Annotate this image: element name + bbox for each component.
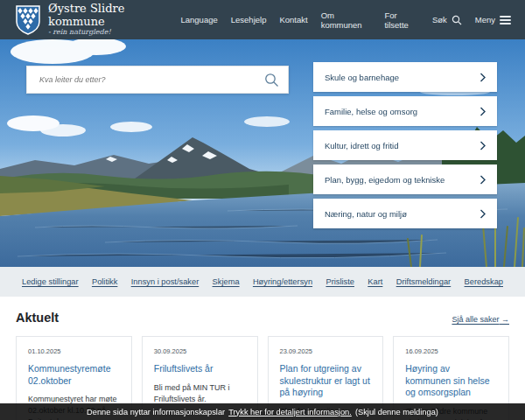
news-section: Aktuelt Sjå alle saker → 01.10.2025 Komm…	[0, 297, 525, 420]
quick-links-bar: Ledige stillingar Politikk Innsyn i post…	[0, 267, 525, 297]
news-date: 16.09.2025	[405, 347, 497, 355]
quicklink-driftsmeldingar[interactable]: Driftsmeldingar	[396, 277, 452, 286]
quicklink-innsyn[interactable]: Innsyn i post/saker	[131, 277, 200, 286]
cookie-text: Denne sida nyttar informasjonskapslar	[87, 408, 225, 416]
hero-search	[26, 66, 289, 94]
arrow-right-icon: →	[501, 315, 509, 324]
news-link-helse-omsorgsplan[interactable]: Høyring av kommunen sin helse og omsorgs…	[405, 363, 497, 399]
chevron-right-icon	[480, 107, 486, 116]
coat-of-arms-logo	[16, 5, 40, 35]
chevron-right-icon	[480, 141, 486, 150]
service-link-familie-helse-omsorg[interactable]: Familie, helse og omsorg	[313, 96, 497, 126]
search-icon	[452, 15, 462, 25]
chevron-right-icon	[480, 73, 486, 82]
chevron-right-icon	[480, 175, 486, 185]
site-brand: Øystre Slidre kommune - rein naturglede!	[48, 3, 180, 36]
quicklink-politikk[interactable]: Politikk	[92, 277, 117, 286]
quicklink-kart[interactable]: Kart	[368, 277, 382, 286]
quicklink-prisliste[interactable]: Prisliste	[326, 277, 354, 286]
news-heading: Aktuelt	[16, 311, 59, 325]
menu-icon	[500, 14, 511, 26]
nav-om-kommunen[interactable]: Om kommunen	[321, 10, 372, 30]
cookie-banner: Denne sida nyttar informasjonskapslar Tr…	[0, 403, 525, 420]
service-link-plan-bygg-eigedom[interactable]: Plan, bygg, eigedom og tekniske	[313, 164, 497, 194]
cookie-info-link[interactable]: Trykk her for detaljert informasjon.	[228, 408, 352, 416]
nav-for-tilsette[interactable]: For tilsette	[384, 10, 418, 30]
chevron-right-icon	[480, 209, 486, 219]
service-link-stack: Skule og barnehage Familie, helse og oms…	[313, 62, 497, 228]
service-link-kultur-idrett-fritid[interactable]: Kultur, idrett og fritid	[313, 130, 497, 160]
top-nav: Language Lesehjelp Kontakt Om kommunen F…	[180, 10, 511, 30]
news-link-skulestruktur[interactable]: Plan for utgreiing av skulestruktur er l…	[280, 363, 372, 399]
nav-sok[interactable]: Søk	[432, 15, 462, 25]
search-icon[interactable]	[264, 73, 279, 88]
quicklink-beredskap[interactable]: Beredskap	[465, 277, 503, 286]
nav-meny[interactable]: Meny	[475, 14, 511, 26]
quicklink-ledige-stillingar[interactable]: Ledige stillingar	[22, 277, 79, 286]
service-link-skule-og-barnehage[interactable]: Skule og barnehage	[313, 62, 497, 92]
see-all-link[interactable]: Sjå alle saker →	[452, 315, 509, 324]
news-date: 30.09.2025	[154, 347, 246, 355]
nav-language[interactable]: Language	[180, 15, 217, 24]
cookie-dismiss-link[interactable]: (Skjul denne meldinga)	[355, 408, 438, 416]
service-link-naering-natur-miljo[interactable]: Næring, natur og miljø	[313, 199, 497, 228]
search-input[interactable]	[39, 75, 264, 84]
news-excerpt: Bli med på MIN TUR i Friluftslivets år.	[154, 382, 246, 405]
news-date: 23.09.2025	[280, 347, 372, 355]
news-link-friluftslivets-ar[interactable]: Friluftslivets år	[154, 363, 246, 375]
nav-lesehjelp[interactable]: Lesehjelp	[231, 15, 267, 24]
quicklink-hoyring[interactable]: Høyring/ettersyn	[253, 277, 312, 286]
site-header: Øystre Slidre kommune - rein naturglede!…	[0, 0, 525, 39]
quicklink-skjema[interactable]: Skjema	[213, 277, 240, 286]
news-date: 01.10.2025	[28, 347, 120, 355]
nav-kontakt[interactable]: Kontakt	[279, 15, 307, 24]
site-title: Øystre Slidre kommune	[48, 3, 180, 28]
news-link-kommunestyremote[interactable]: Kommunestyremøte 02.oktober	[28, 363, 120, 387]
hero-section: Skule og barnehage Familie, helse og oms…	[0, 39, 525, 267]
site-tagline: - rein naturglede!	[48, 29, 180, 37]
